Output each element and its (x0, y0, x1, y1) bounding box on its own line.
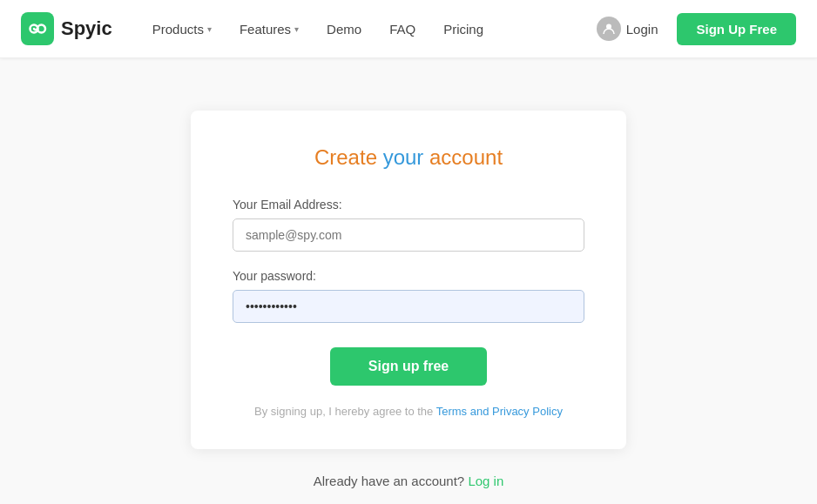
logo-link[interactable]: Spyic (21, 12, 112, 45)
spyic-logo-icon (21, 12, 54, 45)
password-label: Your password: (233, 269, 584, 283)
features-chevron-icon: ▾ (294, 24, 299, 34)
title-account: account (423, 145, 503, 169)
password-input[interactable] (233, 290, 584, 323)
login-button[interactable]: Login (584, 10, 671, 48)
signup-card: Create your account Your Email Address: … (191, 111, 626, 449)
title-your: your (383, 145, 424, 169)
navbar: Spyic Products ▾ Features ▾ Demo FAQ Pri… (0, 0, 817, 58)
card-title: Create your account (233, 145, 584, 170)
email-label: Your Email Address: (233, 198, 584, 212)
brand-name: Spyic (61, 17, 112, 40)
password-group: Your password: (233, 269, 584, 323)
signup-nav-button[interactable]: Sign Up Free (677, 13, 796, 45)
terms-link[interactable]: Terms and Privacy Policy (436, 405, 563, 418)
title-create: Create (314, 145, 383, 169)
terms-text: By signing up, I hereby agree to the Ter… (233, 405, 584, 418)
person-icon (602, 22, 616, 36)
nav-links: Products ▾ Features ▾ Demo FAQ Pricing (140, 15, 584, 44)
login-label: Login (626, 22, 658, 37)
signup-submit-button[interactable]: Sign up free (330, 347, 487, 386)
log-in-link[interactable]: Log in (468, 474, 503, 488)
nav-item-pricing[interactable]: Pricing (431, 15, 496, 44)
already-have-account-text: Already have an account? Log in (314, 474, 504, 488)
email-group: Your Email Address: (233, 198, 584, 252)
nav-item-products[interactable]: Products ▾ (140, 15, 224, 44)
nav-item-faq[interactable]: FAQ (377, 15, 428, 44)
nav-item-features[interactable]: Features ▾ (227, 15, 311, 44)
products-chevron-icon: ▾ (207, 24, 212, 34)
user-avatar-icon (597, 17, 621, 41)
main-content: Create your account Your Email Address: … (0, 58, 817, 504)
nav-right: Login Sign Up Free (584, 10, 796, 48)
signup-form: Your Email Address: Your password: Sign … (233, 198, 584, 386)
nav-item-demo[interactable]: Demo (314, 15, 374, 44)
email-input[interactable] (233, 218, 584, 252)
